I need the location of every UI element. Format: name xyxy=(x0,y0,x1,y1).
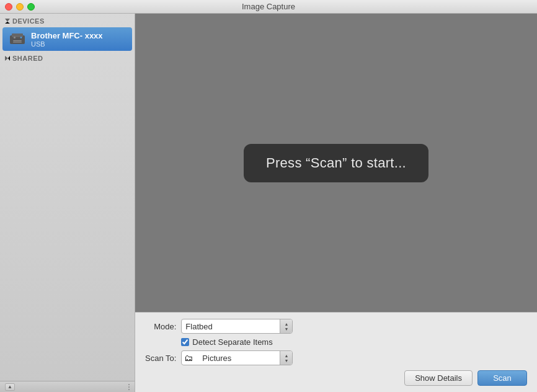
shared-section-header[interactable]: SHARED xyxy=(0,51,135,65)
controls-grid: Mode: Flatbed Document Feeder ▲ ▼ xyxy=(145,319,527,365)
close-button[interactable] xyxy=(5,3,12,11)
scan-preview-area: Press “Scan” to start... xyxy=(135,14,537,312)
window-controls[interactable] xyxy=(5,3,35,11)
show-details-button[interactable]: Show Details xyxy=(404,370,473,386)
device-info: Brother MFC- xxxx USB xyxy=(31,31,103,48)
mode-label: Mode: xyxy=(145,322,181,331)
mode-select-wrapper[interactable]: Flatbed Document Feeder ▲ ▼ xyxy=(181,319,293,334)
minimize-button[interactable] xyxy=(16,3,24,11)
scan-to-select-wrapper[interactable]: 🗂 Pictures Desktop Documents Downloads ▲… xyxy=(181,350,293,365)
shared-collapse-icon xyxy=(5,56,10,61)
devices-collapse-icon xyxy=(5,19,10,24)
device-name: Brother MFC- xxxx xyxy=(31,31,103,40)
devices-section-label: DEVICES xyxy=(12,17,45,25)
folder-icon: 🗂 xyxy=(182,353,195,363)
resize-handle[interactable] xyxy=(128,384,130,390)
sidebar-expand-button[interactable]: ▲ xyxy=(5,383,15,391)
shared-section-label: SHARED xyxy=(12,55,43,62)
mode-select[interactable]: Flatbed Document Feeder xyxy=(182,320,280,333)
svg-rect-4 xyxy=(14,37,16,38)
svg-rect-1 xyxy=(12,33,23,37)
scan-to-label: Scan To: xyxy=(145,354,181,363)
sidebar-bottom-space xyxy=(0,65,135,381)
main-layout: DEVICES Brother MFC- xxxx USB SHARED xyxy=(0,14,537,392)
devices-section-header[interactable]: DEVICES xyxy=(0,14,135,27)
controls-panel: Mode: Flatbed Document Feeder ▲ ▼ xyxy=(135,312,537,392)
maximize-button[interactable] xyxy=(27,3,35,11)
bottom-buttons-row: Show Details Scan xyxy=(145,370,527,386)
scan-prompt-message: Press “Scan” to start... xyxy=(244,144,428,182)
detect-items-label: Detect Separate Items xyxy=(192,337,272,347)
detect-items-checkbox[interactable] xyxy=(181,338,189,346)
sidebar-item-brother-device[interactable]: Brother MFC- xxxx USB xyxy=(2,27,132,51)
window-title: Image Capture xyxy=(242,2,295,11)
printer-icon xyxy=(9,30,26,48)
titlebar: Image Capture xyxy=(0,0,537,14)
content-area: Press “Scan” to start... Mode: Flatbed D… xyxy=(135,14,537,392)
scan-button[interactable]: Scan xyxy=(477,370,527,386)
scan-to-select-arrows: ▲ ▼ xyxy=(280,351,292,365)
mode-select-arrows: ▲ ▼ xyxy=(280,319,292,333)
svg-point-5 xyxy=(20,37,22,38)
sidebar: DEVICES Brother MFC- xxxx USB SHARED xyxy=(0,14,135,392)
scan-to-select[interactable]: Pictures Desktop Documents Downloads xyxy=(198,352,277,365)
detect-items-row: Detect Separate Items xyxy=(181,337,527,347)
sidebar-statusbar: ▲ xyxy=(0,381,135,392)
svg-rect-2 xyxy=(13,40,22,42)
device-type: USB xyxy=(31,40,103,48)
svg-rect-3 xyxy=(13,42,22,43)
